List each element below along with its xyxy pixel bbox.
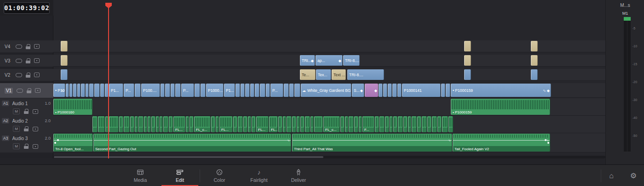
timeline-clip[interactable]: P...	[124, 84, 134, 97]
tab-fairlight[interactable]: ♪ Fairlight	[239, 165, 279, 186]
timeline-clip[interactable]: FL...	[219, 116, 233, 132]
timeline-clip[interactable]: FL...	[256, 116, 269, 132]
timeline-clip[interactable]: Third Part_All That Was∿	[292, 134, 452, 152]
timeline-clip[interactable]	[422, 116, 427, 132]
timeline-clip[interactable]	[345, 116, 348, 132]
timeline-clip[interactable]	[441, 84, 445, 97]
timeline-clip[interactable]	[300, 116, 305, 132]
video-track-v2[interactable]: Te...Tex...Text ...TRI-8....	[53, 69, 605, 81]
project-home-button[interactable]: ⌂	[604, 165, 619, 186]
timeline-clip[interactable]	[393, 116, 397, 132]
timeline-clip[interactable]	[89, 84, 94, 97]
timeline-clip[interactable]: FL...	[173, 116, 185, 132]
timeline-clip[interactable]	[392, 84, 397, 97]
mute-button[interactable]: M	[13, 126, 20, 132]
tab-edit[interactable]: Edit	[160, 165, 200, 186]
tab-media[interactable]: Media	[121, 165, 160, 186]
automation-line[interactable]	[293, 140, 452, 141]
timeline-clip[interactable]	[156, 116, 159, 132]
timeline-clip[interactable]	[160, 116, 163, 132]
timeline-clip[interactable]	[86, 84, 89, 97]
project-settings-button[interactable]: ⚙	[626, 165, 641, 186]
timeline-clip[interactable]: Text ...	[332, 69, 346, 80]
timeline-clip[interactable]: P1000141	[402, 84, 441, 97]
timeline-clip[interactable]	[161, 84, 165, 97]
scrollbar-thumb[interactable]	[54, 156, 323, 158]
track-enable-icon[interactable]	[16, 73, 22, 77]
timeline-clip[interactable]: P...	[181, 84, 194, 97]
timeline-clip[interactable]	[305, 116, 310, 132]
timeline-area[interactable]: TRI...◆ap...◆TRI-8.... Te...Tex...Text .…	[53, 0, 605, 158]
timeline-clip[interactable]: TRI-8....	[343, 55, 360, 66]
timeline-clip[interactable]	[81, 84, 85, 97]
timeline-clip[interactable]	[260, 84, 265, 97]
timeline-clip[interactable]	[417, 116, 421, 132]
track-header-v2[interactable]: V2	[0, 69, 53, 81]
lock-icon[interactable]	[24, 144, 29, 149]
timeline-clip[interactable]	[359, 116, 362, 132]
automation-line[interactable]	[54, 140, 92, 141]
timeline-clip[interactable]: Tail_Fooled Again V2∿	[453, 134, 550, 152]
timeline-clip[interactable]	[216, 116, 219, 132]
timeline-clip[interactable]	[61, 69, 68, 80]
timeline-clip[interactable]	[349, 116, 354, 132]
timeline-clip[interactable]	[66, 84, 69, 97]
timeline-clip[interactable]	[380, 116, 385, 132]
timeline-clip[interactable]	[385, 116, 389, 132]
timeline-clip[interactable]	[297, 116, 300, 132]
playhead-handle[interactable]	[105, 3, 112, 8]
timeline-clip[interactable]	[354, 116, 358, 132]
auto-select-icon[interactable]	[34, 44, 40, 49]
timeline-clip[interactable]	[124, 116, 130, 132]
timeline-clip[interactable]	[294, 84, 300, 97]
timeline-clip[interactable]	[61, 41, 68, 51]
timeline-clip[interactable]	[238, 116, 243, 132]
timeline-clip[interactable]	[388, 84, 392, 97]
timeline-clip[interactable]	[442, 116, 448, 132]
timeline-clip[interactable]	[201, 84, 206, 97]
timeline-clip[interactable]: • P1000160	[53, 99, 92, 115]
video-track-v1[interactable]: • P100...∿P1...P...P100....P...P1000....…	[53, 83, 605, 98]
timeline-scrollbar[interactable]	[53, 156, 605, 158]
tab-color[interactable]: Color	[200, 165, 239, 186]
timeline-clip[interactable]: ◆	[365, 84, 378, 97]
timeline-clip[interactable]	[171, 84, 175, 97]
timeline-clip[interactable]	[531, 69, 538, 80]
automation-keyframe[interactable]	[54, 142, 56, 144]
track-header-a1[interactable]: A1 Audio 1 1.0 M	[0, 98, 53, 116]
auto-select-icon[interactable]	[33, 127, 38, 131]
timeline-clip[interactable]	[250, 84, 254, 97]
auto-select-icon[interactable]	[33, 144, 38, 149]
timeline-clip[interactable]	[151, 116, 155, 132]
timeline-clip[interactable]	[446, 84, 450, 97]
timeline-clip[interactable]	[243, 116, 247, 132]
timeline-clip[interactable]	[531, 55, 538, 66]
timeline-clip[interactable]	[398, 116, 403, 132]
timeline-clip[interactable]: FL_c...	[323, 116, 340, 132]
timeline-clip[interactable]: S...◆	[352, 84, 364, 97]
timeline-clip[interactable]	[130, 116, 134, 132]
timeline-clip[interactable]: Tri-8 Open_fool...	[53, 134, 93, 152]
automation-line[interactable]	[94, 140, 291, 141]
timeline-clip[interactable]	[77, 84, 80, 97]
timeline-clip[interactable]: Te...	[300, 69, 316, 80]
timeline-clip[interactable]	[61, 55, 68, 66]
timeline-clip[interactable]	[531, 41, 538, 51]
audio-track-a3[interactable]: Tri-8 Open_fool...Second Part_Gazing Out…	[53, 133, 605, 152]
timeline-clip[interactable]: Second Part_Gazing Out∿	[93, 134, 291, 152]
playhead[interactable]	[108, 3, 109, 158]
timeline-clip[interactable]	[195, 84, 200, 97]
timeline-clip[interactable]: • P1000159∿ ◆	[451, 84, 551, 97]
automation-keyframe[interactable]	[545, 139, 546, 141]
timeline-clip[interactable]	[464, 41, 471, 51]
track-enable-icon[interactable]	[16, 59, 22, 63]
lock-icon[interactable]	[27, 88, 31, 93]
timeline-clip[interactable]	[266, 84, 270, 97]
timeline-clip[interactable]	[190, 116, 194, 132]
timeline-clip[interactable]	[175, 84, 181, 97]
timeline-clip[interactable]	[340, 116, 345, 132]
timeline-clip[interactable]	[314, 116, 323, 132]
automation-keyframe[interactable]	[547, 142, 549, 144]
timeline-clip[interactable]	[287, 116, 292, 132]
timeline-clip[interactable]	[100, 84, 104, 97]
